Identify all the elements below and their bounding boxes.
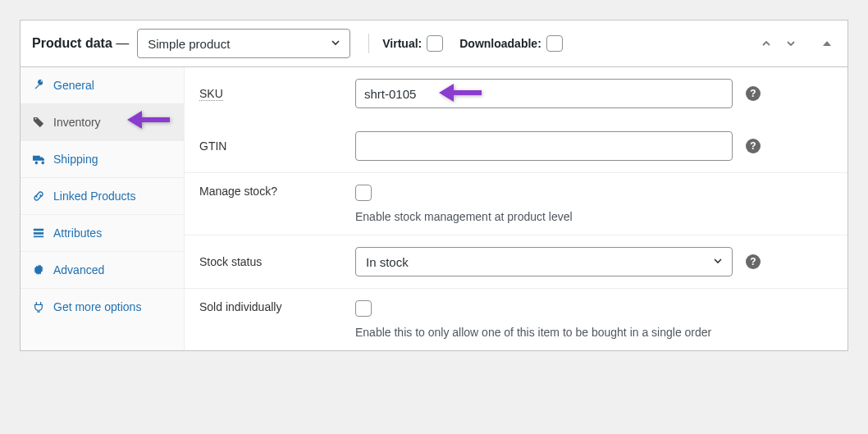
field-group-manage-stock: Manage stock? Enable stock management at… <box>185 173 847 235</box>
virtual-checkbox[interactable] <box>427 35 443 52</box>
tab-general[interactable]: General <box>21 67 184 104</box>
product-data-tabs: General Inventory Shipping <box>21 67 185 350</box>
collapse-toggle[interactable] <box>818 34 836 53</box>
help-icon[interactable]: ? <box>746 254 761 269</box>
sold-individually-checkbox[interactable] <box>355 300 372 317</box>
tab-inventory[interactable]: Inventory <box>21 104 184 141</box>
virtual-toggle[interactable]: Virtual: <box>382 35 443 52</box>
tag-icon <box>32 116 45 129</box>
tab-label: Inventory <box>53 116 101 129</box>
product-type-select[interactable]: Simple product <box>137 29 350 58</box>
downloadable-toggle[interactable]: Downloadable: <box>459 35 563 52</box>
plug-icon <box>32 300 45 313</box>
manage-stock-hint: Enable stock management at product level <box>355 210 573 223</box>
list-icon <box>32 226 45 240</box>
tab-label: Shipping <box>53 153 98 166</box>
tab-linked-products[interactable]: Linked Products <box>21 178 184 215</box>
tab-label: Advanced <box>53 263 104 276</box>
annotation-arrow-icon <box>127 109 170 130</box>
stock-status-label: Stock status <box>199 255 355 268</box>
field-group-identity: SKU ? GTIN ? <box>185 67 847 173</box>
sold-individually-label: Sold individually <box>199 300 355 313</box>
stock-status-select[interactable]: In stock <box>355 247 733 276</box>
gtin-label: GTIN <box>199 139 355 153</box>
product-data-panel: Product data — Simple product Virtual: D… <box>20 20 848 351</box>
field-group-stock-status: Stock status In stock ? <box>185 235 847 289</box>
panel-title-dash: — <box>112 36 129 50</box>
move-up-button[interactable] <box>757 34 775 53</box>
tab-shipping[interactable]: Shipping <box>21 141 184 178</box>
wrench-icon <box>32 79 45 92</box>
vertical-separator <box>368 34 369 53</box>
help-icon[interactable]: ? <box>746 86 761 101</box>
manage-stock-label: Manage stock? <box>199 185 355 198</box>
panel-order-controls <box>757 34 836 53</box>
tab-label: General <box>53 79 94 92</box>
truck-icon <box>32 153 45 166</box>
tab-label: Attributes <box>53 226 102 240</box>
inventory-panel: SKU ? GTIN ? <box>185 67 847 350</box>
sku-label: SKU <box>199 87 355 100</box>
help-icon[interactable]: ? <box>746 139 761 153</box>
sold-individually-hint: Enable this to only allow one of this it… <box>355 326 711 339</box>
tab-get-more-options[interactable]: Get more options <box>21 289 184 325</box>
gtin-input[interactable] <box>355 131 733 161</box>
tab-label: Linked Products <box>53 190 135 203</box>
gear-icon <box>32 263 45 276</box>
downloadable-label: Downloadable: <box>459 37 541 50</box>
manage-stock-checkbox[interactable] <box>355 185 372 201</box>
svg-rect-1 <box>34 232 43 235</box>
move-down-button[interactable] <box>782 34 800 53</box>
panel-body: General Inventory Shipping <box>21 67 847 350</box>
virtual-label: Virtual: <box>382 37 422 50</box>
panel-title-text: Product data <box>32 36 112 50</box>
product-type-select-wrap: Simple product <box>137 29 350 58</box>
tab-advanced[interactable]: Advanced <box>21 252 184 289</box>
downloadable-checkbox[interactable] <box>546 35 563 52</box>
field-group-sold-individually: Sold individually Enable this to only al… <box>185 289 847 350</box>
panel-title: Product data — <box>32 36 129 51</box>
svg-rect-0 <box>34 229 43 231</box>
tab-label: Get more options <box>53 300 141 313</box>
svg-rect-2 <box>34 236 43 238</box>
tab-attributes[interactable]: Attributes <box>21 215 184 252</box>
panel-header: Product data — Simple product Virtual: D… <box>21 21 847 67</box>
link-icon <box>32 190 45 203</box>
sku-input[interactable] <box>355 79 733 108</box>
